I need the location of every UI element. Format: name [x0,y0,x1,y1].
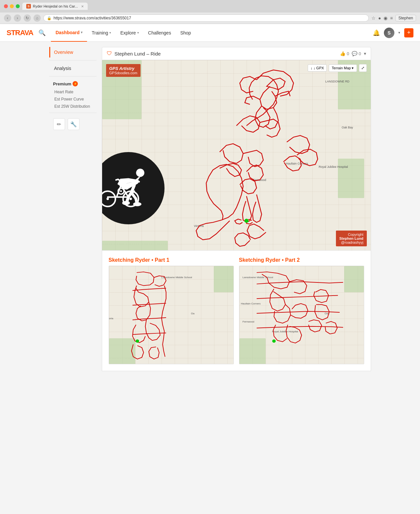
sidebar-est-25w[interactable]: Est 25W Distribution [49,103,97,110]
sketch-part1: Sketching Ryder • Part 1 Lansdowne Middl… [109,257,234,364]
address-bar[interactable]: 🔒 https://www.strava.com/activities/3636… [43,14,369,22]
extension-icon3[interactable]: ≡ [390,15,393,21]
svg-point-11 [273,340,275,342]
cyclist-icon [102,164,158,213]
svg-point-9 [120,190,122,192]
map-label-haultain: Haultain Corners [286,162,308,165]
gps-line1: GPS Artistry [109,66,138,71]
sketching-maps: Sketching Ryder • Part 1 Lansdowne Middl… [109,257,364,364]
tab-close-btn[interactable]: ✕ [81,5,84,8]
nav-shop[interactable]: Shop [176,24,196,42]
nav-training[interactable]: Training ▾ [87,24,116,42]
settings-btn[interactable]: 🔧 [68,118,79,130]
main-container: Overview Analysis Premium ⚡ Heart Rate E… [49,42,371,376]
map-controls: ↓ ↓ GPX Terrain Map ▾ ⤢ [308,64,366,72]
map-label-fernwood: Fernwood [253,178,266,182]
extension-icon1[interactable]: ● [378,15,381,21]
comment-icon: 💬 [352,51,357,56]
page-wrapper: STRAVA 🔍 Dashboard ▾ Training ▾ Explore … [0,24,420,514]
window-controls [4,4,20,8]
activity-dropdown-btn[interactable]: ▾ [364,51,366,56]
sidebar-divider-3 [49,113,97,113]
notification-bell-icon[interactable]: 🔔 [373,29,380,36]
map-label-oakbay: Oak Bay [342,126,353,129]
toolbar-icons: ☆ ● ◉ ≡ [371,15,393,21]
svg-point-7 [129,198,132,200]
wrench-icon: 🔧 [70,121,77,127]
copyright-handle: @roadrashyyj [339,240,363,244]
gpx-download-btn[interactable]: ↓ ↓ GPX [308,64,327,72]
activity-title: Stephen Lund – Ride [115,51,338,56]
nav-search-icon[interactable]: 🔍 [38,29,46,36]
sidebar-item-overview[interactable]: Overview [49,47,97,57]
like-btn[interactable]: 👍 0 [340,51,349,56]
edit-icon: ✏ [57,121,61,127]
forward-btn[interactable]: › [14,14,21,22]
nav-explore[interactable]: Explore ▾ [116,24,143,42]
training-arrow: ▾ [109,31,111,34]
nav-dashboard[interactable]: Dashboard ▾ [51,24,87,42]
svg-point-10 [136,340,139,342]
browser-chrome: S Ryder Hesjedal on his Car... ✕ ‹ › ↻ ⌂… [0,0,420,24]
tab-title: Ryder Hesjedal on his Car... [33,4,78,8]
like-count: 0 [347,51,349,56]
activity-header: 🛡 Stephen Lund – Ride 👍 0 💬 0 ▾ [102,47,371,60]
activity-actions: 👍 0 💬 0 ▾ [340,51,366,56]
main-map: LANSDOWNE RD Oak Bay Victoria Fernwood H… [102,60,371,251]
sidebar-divider-2 [49,76,97,77]
copyright-badge: Copyright Stephen Lund @roadrashyyj [336,231,366,246]
strava-nav: STRAVA 🔍 Dashboard ▾ Training ▾ Explore … [0,24,420,42]
avatar-image: S [384,28,394,38]
sidebar-divider-1 [49,60,97,60]
gps-watermark: GPS Artistry GPSdoodles.com [106,64,141,77]
sidebar-item-analysis[interactable]: Analysis [49,63,97,74]
premium-badge: Premium ⚡ [53,81,78,86]
park-area-1 [102,241,168,251]
gps-line2: GPSdoodles.com [109,71,138,75]
sketch-part2-title: Sketching Ryder • Part 2 [239,257,364,263]
browser-tab[interactable]: S Ryder Hesjedal on his Car... ✕ [22,3,88,10]
avatar-dropdown-icon[interactable]: ▾ [398,31,400,35]
sidebar-est-power-curve[interactable]: Est Power Curve [49,96,97,103]
like-icon: 👍 [340,51,345,56]
back-btn[interactable]: ‹ [4,14,11,22]
browser-toolbar: ‹ › ↻ ⌂ 🔒 https://www.strava.com/activit… [0,12,420,24]
nav-challenges[interactable]: Challenges [144,24,176,42]
sketch-map-1[interactable]: Lansdowne Middle School Oa oria [109,266,234,364]
sketching-section: Sketching Ryder • Part 1 Lansdowne Middl… [102,251,371,371]
user-avatar[interactable]: S [384,28,394,38]
dashboard-arrow: ▾ [81,31,82,34]
minimize-window-btn[interactable] [10,4,14,8]
activity-shield-icon: 🛡 [107,51,112,56]
svg-point-5 [106,198,109,200]
svg-point-0 [245,219,248,222]
map-label-royal: Royal Jubilee Hospital [319,165,348,168]
sidebar-heart-rate[interactable]: Heart Rate [49,88,97,96]
comment-count: 0 [359,51,361,56]
edit-activity-btn[interactable]: ✏ [53,118,65,130]
url-display: https://www.strava.com/activities/363655… [54,16,131,20]
park-area-4 [338,159,364,198]
ssl-lock-icon: 🔒 [47,16,52,20]
nav-links: Dashboard ▾ Training ▾ Explore ▾ Challen… [51,24,373,42]
nav-right: 🔔 S ▾ + [373,28,413,38]
svg-point-1 [136,169,144,177]
extension-icon2[interactable]: ◉ [384,15,387,21]
sidebar: Overview Analysis Premium ⚡ Heart Rate E… [49,47,102,371]
map-label-victoria: Victoria [194,224,204,228]
reload-btn[interactable]: ↻ [24,14,31,22]
explore-arrow: ▾ [137,31,139,34]
home-btn[interactable]: ⌂ [33,14,41,22]
comment-btn[interactable]: 💬 0 [352,51,361,56]
browser-user-btn[interactable]: Stephen [395,15,416,21]
sketch-map-2[interactable]: Lansdowne Middle School Oak Haultain Cor… [239,266,364,364]
add-activity-btn[interactable]: + [404,28,413,37]
maximize-window-btn[interactable] [16,4,20,8]
tab-favicon: S [26,4,31,9]
browser-titlebar: S Ryder Hesjedal on his Car... ✕ [0,0,420,12]
expand-map-btn[interactable]: ⤢ [359,64,367,72]
terrain-map-btn[interactable]: Terrain Map ▾ [329,64,357,72]
close-window-btn[interactable] [4,4,8,8]
strava-logo: STRAVA [7,29,33,37]
bookmark-icon[interactable]: ☆ [371,15,376,21]
